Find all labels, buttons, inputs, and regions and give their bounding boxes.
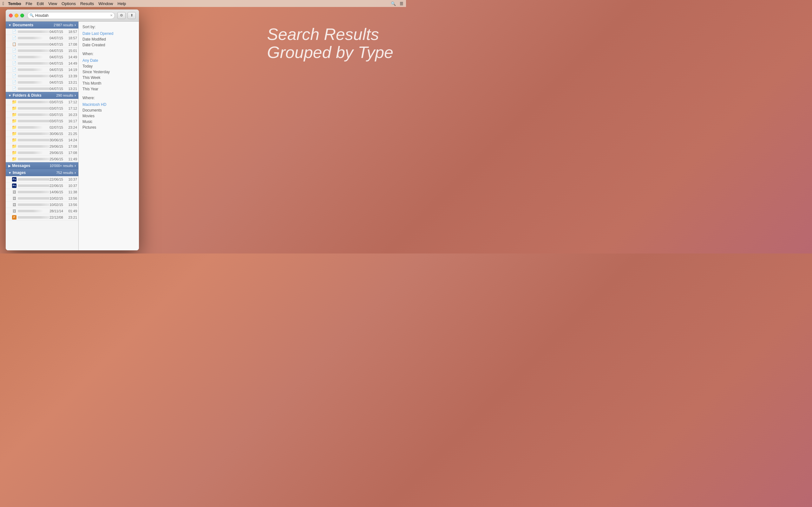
- where-option-documents[interactable]: Documents: [83, 107, 135, 113]
- section-header-folders[interactable]: Folders & Disks 290 results ›: [6, 92, 78, 99]
- table-row[interactable]: 📄 04/07/15 18:57: [6, 35, 78, 41]
- file-time: 23:24: [66, 125, 77, 129]
- titlebar: 🔍 Houdah ✕ ⚙ ⬆: [6, 9, 139, 21]
- table-row[interactable]: 📄 04/07/15 13:39: [6, 73, 78, 79]
- file-time: 15:01: [66, 49, 77, 53]
- table-row[interactable]: 🖼 14/06/15 11:38: [6, 189, 78, 195]
- share-button[interactable]: ⬆: [128, 12, 136, 19]
- sort-label: Sort by:: [83, 25, 135, 29]
- file-time: 23:21: [66, 216, 77, 219]
- table-row[interactable]: Ps 22/06/15 10:37: [6, 176, 78, 182]
- menu-results[interactable]: Results: [80, 1, 94, 6]
- table-row[interactable]: 📄 04/07/15 14:19: [6, 66, 78, 73]
- file-date: 04/07/15: [49, 80, 63, 84]
- file-date: 04/07/15: [49, 36, 63, 40]
- when-option-today[interactable]: Today: [83, 63, 135, 69]
- table-row[interactable]: P 22/12/08 23:21: [6, 214, 78, 221]
- table-row[interactable]: 📁 25/06/15 11:49: [6, 156, 78, 162]
- search-clear-button[interactable]: ✕: [110, 14, 113, 17]
- photoshop-icon: Ps: [12, 183, 16, 188]
- when-option-this-week[interactable]: This Week: [83, 75, 135, 80]
- menubar:  Tembo File Edit View Options Results W…: [0, 0, 406, 7]
- table-row[interactable]: 📁 30/06/15 14:24: [6, 137, 78, 143]
- file-date: 29/06/15: [49, 151, 63, 155]
- search-input-value: Houdah: [35, 13, 49, 18]
- close-button[interactable]: [9, 14, 13, 17]
- file-date: 14/06/15: [49, 190, 63, 194]
- arrow-icon-messages: ›: [74, 164, 76, 168]
- gear-button[interactable]: ⚙: [117, 12, 125, 19]
- table-row[interactable]: 📄 04/07/15 13:21: [6, 79, 78, 86]
- file-time: 17:08: [66, 151, 77, 155]
- table-row[interactable]: Ps 22/06/15 10:37: [6, 182, 78, 189]
- menubar-list-icon[interactable]: ☰: [400, 1, 403, 6]
- menu-view[interactable]: View: [48, 1, 57, 6]
- menubar-search-icon[interactable]: 🔍: [391, 1, 396, 6]
- file-time: 13:39: [66, 74, 77, 78]
- file-time: 11:38: [66, 190, 77, 194]
- file-time: 14:49: [66, 55, 77, 59]
- menu-options[interactable]: Options: [61, 1, 76, 6]
- folder-icon: 📁: [12, 100, 16, 104]
- file-icon: 📄: [12, 80, 16, 84]
- menu-tembo[interactable]: Tembo: [8, 1, 21, 6]
- section-header-images[interactable]: Images 752 results ›: [6, 169, 78, 176]
- table-row[interactable]: 📄 04/07/15 13:21: [6, 86, 78, 92]
- folder-icon: 📁: [12, 157, 16, 161]
- table-row[interactable]: 📄 04/07/15 14:49: [6, 60, 78, 66]
- table-row[interactable]: 📁 03/07/15 17:12: [6, 99, 78, 105]
- when-option-any-date[interactable]: Any Date: [83, 58, 135, 63]
- when-option-this-year[interactable]: This Year: [83, 86, 135, 92]
- table-row[interactable]: 📁 29/06/15 17:08: [6, 150, 78, 156]
- folder-icon: 📁: [12, 138, 16, 142]
- table-row[interactable]: 📁 30/06/15 21:25: [6, 130, 78, 137]
- sort-option-date-modified[interactable]: Date Modified: [83, 37, 135, 42]
- menu-file[interactable]: File: [26, 1, 32, 6]
- table-row[interactable]: 📄 04/07/15 15:01: [6, 48, 78, 54]
- filter-divider-2: [83, 92, 135, 96]
- file-date: 04/07/15: [49, 68, 63, 72]
- table-row[interactable]: 📄 04/07/15 18:57: [6, 29, 78, 35]
- table-row[interactable]: 📋 04/07/15 17:08: [6, 41, 78, 48]
- file-date: 29/06/15: [49, 145, 63, 148]
- table-row[interactable]: 📁 03/07/15 16:23: [6, 112, 78, 118]
- file-time: 17:12: [66, 107, 77, 110]
- results-pane[interactable]: Documents 2'887 results › 📄 04/07/15 18:…: [6, 21, 79, 250]
- table-row[interactable]: 📁 03/07/15 17:12: [6, 105, 78, 112]
- apple-menu[interactable]: : [3, 1, 4, 6]
- where-option-music[interactable]: Music: [83, 119, 135, 124]
- image-icon: 🖼: [12, 190, 16, 194]
- where-option-pictures[interactable]: Pictures: [83, 124, 135, 130]
- file-time: 17:12: [66, 100, 77, 104]
- where-option-movies[interactable]: Movies: [83, 113, 135, 119]
- when-option-this-month[interactable]: This Month: [83, 80, 135, 86]
- minimize-button[interactable]: [14, 14, 18, 17]
- table-row[interactable]: 📁 02/07/15 23:24: [6, 124, 78, 130]
- where-option-macintosh-hd[interactable]: Macintosh HD: [83, 102, 135, 107]
- arrow-icon-folders: ›: [74, 93, 76, 98]
- file-time: 10:37: [66, 177, 77, 181]
- table-row[interactable]: 🖼 28/11/14 01:49: [6, 208, 78, 214]
- section-header-documents[interactable]: Documents 2'887 results ›: [6, 21, 78, 29]
- table-row[interactable]: 🖼 10/02/15 13:56: [6, 202, 78, 208]
- sort-option-date-last-opened[interactable]: Date Last Opened: [83, 31, 135, 37]
- section-header-messages[interactable]: Messages 10'000+ results ›: [6, 162, 78, 169]
- menu-edit[interactable]: Edit: [37, 1, 44, 6]
- table-row[interactable]: 📁 29/06/15 17:08: [6, 143, 78, 150]
- table-row[interactable]: 📄 04/07/15 14:49: [6, 54, 78, 60]
- search-bar[interactable]: 🔍 Houdah ✕: [27, 12, 115, 19]
- file-icon: 📄: [12, 55, 16, 59]
- menu-window[interactable]: Window: [98, 1, 113, 6]
- menu-help[interactable]: Help: [118, 1, 126, 6]
- sort-option-date-created[interactable]: Date Created: [83, 42, 135, 48]
- file-date: 04/07/15: [49, 61, 63, 65]
- when-option-since-yesterday[interactable]: Since Yesterday: [83, 69, 135, 75]
- file-date: 03/07/15: [49, 100, 63, 104]
- image-icon: 🖼: [12, 196, 16, 201]
- image-icon: 🖼: [12, 209, 16, 213]
- maximize-button[interactable]: [20, 14, 24, 17]
- table-row[interactable]: 📁 03/07/15 16:17: [6, 118, 78, 124]
- folder-icon: 📁: [12, 112, 16, 117]
- file-icon: 📄: [12, 87, 16, 91]
- table-row[interactable]: 🖼 10/02/15 13:56: [6, 195, 78, 202]
